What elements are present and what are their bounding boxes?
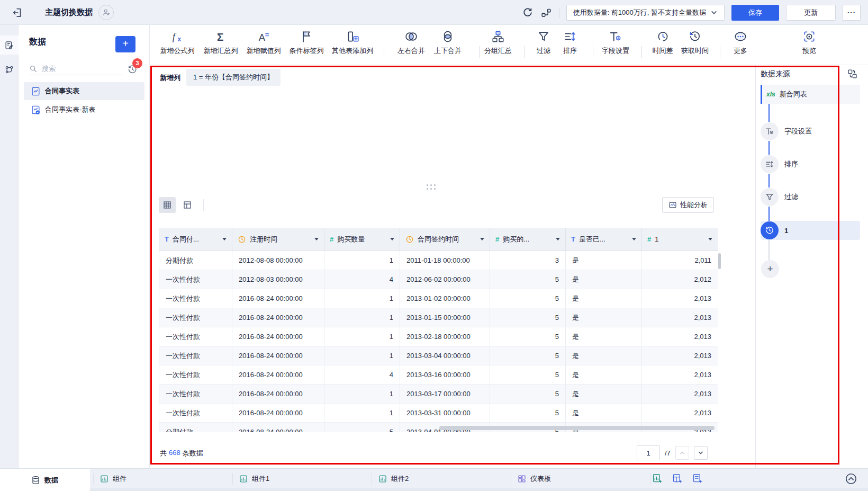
grid-view-button[interactable] xyxy=(159,197,176,213)
toolbar-sort[interactable]: 排序 xyxy=(563,30,577,56)
toolbar-get-time[interactable]: 获取时间 xyxy=(681,30,709,56)
performance-analysis-button[interactable]: 性能分析 xyxy=(662,197,714,213)
save-button[interactable]: 保存 xyxy=(731,5,779,21)
column-header-1[interactable]: #1 xyxy=(642,228,718,251)
data-limit-dropdown[interactable]: 使用数据量: 前1000万行, 暂不支持全量数据 xyxy=(566,5,725,21)
tab-component1[interactable]: 组件1 xyxy=(236,469,269,488)
add-chart-icon[interactable] xyxy=(652,473,663,484)
split-drag-handle[interactable] xyxy=(427,184,436,190)
refresh-icon[interactable] xyxy=(522,7,534,19)
table-row[interactable]: 一次性付款2016-08-24 00:00:0012013-03-31 00:0… xyxy=(159,404,718,423)
date-field-icon xyxy=(405,235,414,244)
cell: 5 xyxy=(490,346,566,365)
avatar[interactable] xyxy=(98,5,114,20)
add-step-button[interactable]: + xyxy=(761,260,779,278)
column-caret-icon[interactable] xyxy=(314,238,319,240)
toolbar-more[interactable]: 更多 xyxy=(734,30,747,56)
toolbar-group-summary[interactable]: 分组汇总 xyxy=(484,30,512,56)
rail-relation-item[interactable] xyxy=(0,60,19,79)
column-header-register-time[interactable]: 注册时间 xyxy=(232,228,324,251)
toolbar-preview[interactable]: 预览 xyxy=(802,30,816,56)
toolbar-field-settings[interactable]: 字段设置 xyxy=(602,30,629,56)
step-new-column-1[interactable]: 1 xyxy=(761,221,860,240)
cell: 1 xyxy=(324,385,400,403)
add-dataset-button[interactable]: + xyxy=(115,36,135,52)
page-input[interactable] xyxy=(637,445,660,460)
step-sort[interactable]: 排序 xyxy=(761,155,860,174)
dataset-item[interactable]: 合同事实表-新表 xyxy=(24,101,144,118)
horizontal-scrollbar[interactable] xyxy=(439,426,715,430)
column-header-payment[interactable]: T合同付... xyxy=(159,228,232,251)
cell: 2,013 xyxy=(642,327,718,346)
toolbar-new-formula-column[interactable]: fx 新增公式列 xyxy=(160,30,195,56)
table-row[interactable]: 一次性付款2016-08-24 00:00:0012013-03-17 00:0… xyxy=(159,385,718,404)
tab-dashboard[interactable]: 仪表板 xyxy=(514,469,551,488)
search-input[interactable] xyxy=(42,65,105,73)
left-rail xyxy=(0,25,19,468)
dataset-item-selected[interactable]: 合同事实表 xyxy=(24,82,144,100)
cell: 一次性付款 xyxy=(159,365,232,384)
swap-layout-icon[interactable] xyxy=(847,68,858,79)
toolbar-time-diff[interactable]: 时间差 xyxy=(653,30,673,56)
step-field-settings[interactable]: 字段设置 xyxy=(761,122,860,141)
add-report-icon[interactable] xyxy=(692,473,703,484)
toolbar-divider xyxy=(720,46,720,58)
column-caret-icon[interactable] xyxy=(556,238,560,240)
column-caret-icon[interactable] xyxy=(390,238,394,240)
layout-view-button[interactable] xyxy=(179,197,196,213)
column-header-is-done[interactable]: T是否已... xyxy=(566,228,642,251)
rail-edit-item[interactable] xyxy=(0,35,19,55)
table-row[interactable]: 一次性付款2016-08-24 00:00:0012013-01-02 00:0… xyxy=(159,289,718,308)
toolbar-add-column-other-table[interactable]: 其他表添加列 xyxy=(332,30,373,56)
toolbar-new-assign-column[interactable]: A= 新增赋值列 xyxy=(247,30,281,56)
table-row[interactable]: 一次性付款2016-08-24 00:00:0012013-02-18 00:0… xyxy=(159,327,718,346)
column-caret-icon[interactable] xyxy=(480,238,484,240)
column-caret-icon[interactable] xyxy=(632,238,636,240)
more-menu-button[interactable]: ··· xyxy=(843,5,861,21)
topbar: 主题切换数据 使用数据量: 前1000万行, 暂不支持全量数据 保存 更新 ··… xyxy=(0,0,868,25)
column-header-sign-time[interactable]: 合同签约时间 xyxy=(400,228,490,251)
tab-component[interactable]: 组件 xyxy=(96,469,126,488)
tab-data[interactable]: 数据 xyxy=(19,469,90,491)
cell: 2016-08-24 00:00:00 xyxy=(232,327,324,346)
prev-page-button[interactable] xyxy=(675,446,689,460)
toolbar-new-summary-column[interactable]: Σ 新增汇总列 xyxy=(204,30,238,56)
vertical-scrollbar[interactable] xyxy=(718,253,721,269)
column-header-purchased[interactable]: #购买的... xyxy=(490,228,566,251)
cell: 5 xyxy=(490,365,566,384)
exit-button[interactable] xyxy=(11,6,24,20)
toolbar-merge-left-right[interactable]: 左右合并 xyxy=(397,30,425,56)
flag-icon xyxy=(300,30,313,43)
flow-icon[interactable] xyxy=(540,7,552,19)
cell: 是 xyxy=(566,289,642,308)
table-row[interactable]: 一次性付款2016-08-24 00:00:0042013-03-16 00:0… xyxy=(159,365,718,385)
text-field-icon: T xyxy=(571,235,575,243)
step-filter[interactable]: 过滤 xyxy=(761,188,860,207)
next-page-button[interactable] xyxy=(694,446,708,460)
table-row[interactable]: 一次性付款2012-08-03 00:00:0042012-06-02 00:0… xyxy=(159,270,718,289)
table-row[interactable]: 分期付款2012-08-08 00:00:0012011-01-18 00:00… xyxy=(159,251,718,270)
cell: 1 xyxy=(324,251,400,270)
toolbar-divider xyxy=(384,46,384,58)
toolbar-filter[interactable]: 过滤 xyxy=(537,30,550,56)
toolbar-condition-tag-column[interactable]: 条件标签列 xyxy=(290,30,324,56)
dataset-label: 合同事实表-新表 xyxy=(45,105,95,114)
cell: 5 xyxy=(324,423,400,432)
component-icon xyxy=(100,474,109,484)
exit-icon xyxy=(12,7,23,19)
tab-component2[interactable]: 组件2 xyxy=(375,469,409,488)
table-row[interactable]: 一次性付款2016-08-24 00:00:0012013-03-04 00:0… xyxy=(159,346,718,365)
add-layout-icon[interactable] xyxy=(672,473,683,484)
formula-chip[interactable]: 1 = 年份【合同签约时间】 xyxy=(186,69,281,86)
data-source-title: 数据来源 xyxy=(761,69,790,79)
source-table-node[interactable]: xls 新合同表 xyxy=(761,85,860,104)
data-list-panel: 数据 + 3 合同事实表 合同事实表-新表 xyxy=(19,25,150,468)
collapse-icon[interactable] xyxy=(844,472,858,486)
column-caret-icon[interactable] xyxy=(708,238,712,240)
update-button[interactable]: 更新 xyxy=(786,5,836,21)
column-header-quantity[interactable]: #购买数量 xyxy=(324,228,400,251)
column-caret-icon[interactable] xyxy=(222,238,227,240)
table-row[interactable]: 一次性付款2016-08-24 00:00:0012013-01-15 00:0… xyxy=(159,308,718,327)
cell: 1 xyxy=(324,327,400,346)
toolbar-merge-top-bottom[interactable]: 上下合并 xyxy=(434,30,462,56)
